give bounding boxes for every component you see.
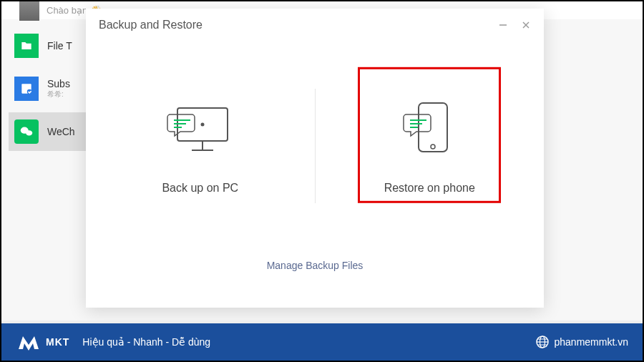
footer-url: phanmemmkt.vn bbox=[555, 336, 628, 348]
subscription-icon bbox=[14, 77, 39, 101]
pc-icon bbox=[165, 97, 236, 162]
logo-text: MKT bbox=[46, 336, 69, 348]
globe-icon bbox=[536, 336, 549, 348]
sidebar-item-label: Subs bbox=[47, 78, 70, 89]
wechat-icon bbox=[14, 119, 39, 144]
close-button[interactable] bbox=[521, 20, 531, 30]
page-footer: MKT Hiệu quả - Nhanh - Dễ dùng phanmemmk… bbox=[1, 323, 643, 361]
sidebar: File T Subs 希希: WeCh bbox=[9, 19, 94, 155]
logo-mark-icon bbox=[16, 329, 42, 355]
sidebar-item-label: WeCh bbox=[47, 126, 75, 137]
restore-label: Restore on phone bbox=[384, 182, 475, 195]
dialog-title: Backup and Restore bbox=[99, 19, 203, 31]
dialog-footer: Manage Backup Files bbox=[86, 253, 544, 286]
footer-left: MKT Hiệu quả - Nhanh - Dễ dùng bbox=[16, 329, 210, 355]
window-controls bbox=[498, 20, 531, 30]
footer-right: phanmemmkt.vn bbox=[536, 336, 628, 348]
sidebar-item-label: File T bbox=[47, 40, 72, 52]
sidebar-item-sublabel: 希希: bbox=[47, 89, 70, 99]
sidebar-item-subscriptions[interactable]: Subs 希希: bbox=[9, 69, 94, 108]
manage-backup-files-link[interactable]: Manage Backup Files bbox=[267, 260, 364, 271]
backup-restore-dialog: Backup and Restore bbox=[86, 9, 544, 308]
svg-point-3 bbox=[26, 130, 32, 135]
backup-on-pc-option[interactable]: Back up on PC bbox=[86, 97, 315, 195]
restore-on-phone-option[interactable]: Restore on phone bbox=[316, 97, 545, 195]
minimize-button[interactable] bbox=[498, 20, 508, 30]
footer-logo: MKT bbox=[16, 329, 69, 355]
svg-point-15 bbox=[431, 145, 435, 149]
svg-point-8 bbox=[200, 123, 204, 127]
avatar bbox=[19, 1, 39, 21]
dialog-header: Backup and Restore bbox=[86, 9, 544, 39]
sidebar-item-file-transfer[interactable]: File T bbox=[9, 26, 94, 65]
backup-label: Back up on PC bbox=[162, 182, 238, 195]
folder-icon bbox=[14, 34, 39, 58]
footer-tagline: Hiệu quả - Nhanh - Dễ dùng bbox=[82, 336, 210, 348]
phone-icon bbox=[394, 97, 465, 162]
sidebar-item-wechat[interactable]: WeCh bbox=[9, 112, 94, 151]
dialog-body: Back up on PC Restore on phone bbox=[86, 39, 544, 253]
